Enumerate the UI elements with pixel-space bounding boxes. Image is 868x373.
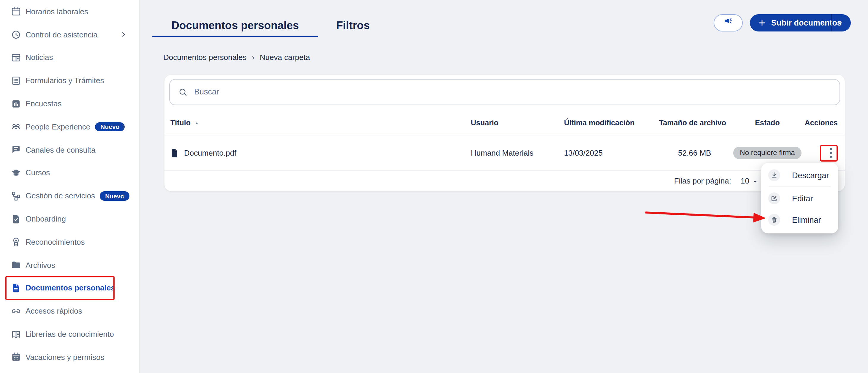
sidebar-item-onboarding[interactable]: Onboarding bbox=[0, 207, 139, 230]
document-actions-cell bbox=[799, 145, 840, 161]
sidebar-item-label: Accesos rápidos bbox=[26, 307, 82, 316]
main-content: Documentos personales Filtros Subir docu… bbox=[140, 0, 868, 373]
column-header-ultima-modificacion[interactable]: Última modificación bbox=[564, 119, 653, 127]
form-icon bbox=[11, 75, 21, 86]
sidebar-item-label: Documentos personales bbox=[26, 284, 115, 292]
sidebar-item-label: Onboarding bbox=[26, 214, 66, 223]
chevron-right-icon bbox=[120, 192, 127, 199]
book-icon bbox=[11, 329, 21, 339]
button-divider bbox=[831, 14, 832, 31]
sort-asc-icon bbox=[194, 121, 199, 126]
rows-per-page-select[interactable]: 10 bbox=[741, 177, 758, 185]
sidebar-item-people-experience[interactable]: People Experience Nuevo bbox=[0, 115, 139, 138]
sidebar-item-horarios-laborales[interactable]: Horarios laborales bbox=[0, 0, 139, 23]
sidebar-item-canales-consulta[interactable]: Canales de consulta bbox=[0, 138, 139, 161]
document-title-cell[interactable]: Documento.pdf bbox=[170, 148, 471, 158]
medal-icon bbox=[11, 237, 21, 247]
newspaper-icon bbox=[11, 52, 21, 63]
document-title: Documento.pdf bbox=[184, 149, 236, 157]
bar-chart-icon bbox=[11, 98, 21, 109]
sidebar-item-label: People Experience bbox=[26, 122, 90, 131]
sidebar-item-archivos[interactable]: Archivos bbox=[0, 254, 139, 277]
document-status-cell: No requiere firma bbox=[736, 147, 799, 159]
search-box bbox=[169, 79, 840, 105]
sidebar-item-documentos-personales[interactable]: Documentos personales bbox=[0, 277, 139, 300]
sidebar-item-label: Librerías de conocimiento bbox=[26, 330, 114, 339]
sidebar-item-librerias[interactable]: Librerías de conocimiento bbox=[0, 322, 139, 346]
tab-documentos-personales[interactable]: Documentos personales bbox=[152, 15, 318, 36]
active-tab-underline bbox=[152, 35, 318, 37]
documents-card: Título Usuario Última modificación Tamañ… bbox=[164, 74, 845, 191]
caret-down-icon bbox=[752, 179, 758, 184]
chevron-right-icon bbox=[120, 31, 127, 38]
sidebar-item-label: Noticias bbox=[26, 53, 53, 62]
sidebar-item-accesos-rapidos[interactable]: Accesos rápidos bbox=[0, 300, 139, 323]
sidebar-item-label: Reconocimientos bbox=[26, 238, 85, 247]
document-modified-cell: 13/03/2025 bbox=[564, 149, 653, 157]
sidebar-item-label: Control de asistencia bbox=[26, 30, 98, 39]
announcements-button[interactable] bbox=[714, 14, 743, 31]
people-icon bbox=[11, 121, 21, 132]
status-badge: No requiere firma bbox=[733, 147, 801, 159]
column-header-titulo[interactable]: Título bbox=[170, 119, 471, 127]
table-header-row: Título Usuario Última modificación Tamañ… bbox=[164, 112, 845, 135]
menu-item-edit[interactable]: Editar bbox=[761, 188, 838, 209]
download-icon bbox=[768, 169, 780, 181]
breadcrumb: Documentos personales › Nueva carpeta bbox=[163, 53, 310, 62]
sidebar-item-label: Gestión de servicios bbox=[26, 191, 95, 200]
column-header-acciones: Acciones bbox=[799, 119, 840, 127]
sitemap-icon bbox=[11, 191, 21, 201]
sidebar-item-label: Formularios y Trámites bbox=[26, 76, 104, 85]
sidebar-item-formularios[interactable]: Formularios y Trámites bbox=[0, 69, 139, 92]
chat-icon bbox=[11, 144, 21, 155]
document-size-cell: 52.66 MB bbox=[653, 149, 736, 157]
column-header-estado[interactable]: Estado bbox=[736, 119, 799, 127]
pagination-bar: Filas por página: 10 bbox=[164, 171, 845, 191]
search-icon bbox=[178, 87, 188, 96]
breadcrumb-root[interactable]: Documentos personales bbox=[163, 53, 246, 62]
sidebar-item-control-asistencia[interactable]: Control de asistencia bbox=[0, 23, 139, 46]
menu-item-download[interactable]: Descargar bbox=[761, 164, 838, 186]
calendar-dots-icon bbox=[11, 352, 21, 363]
megaphone-icon bbox=[723, 17, 733, 29]
sidebar: Horarios laborales Control de asistencia… bbox=[0, 0, 140, 373]
document-icon bbox=[11, 283, 21, 293]
sidebar-item-encuestas[interactable]: Encuestas bbox=[0, 92, 139, 115]
breadcrumb-current: Nueva carpeta bbox=[260, 53, 310, 62]
menu-item-delete[interactable]: Eliminar bbox=[761, 209, 838, 230]
link-icon bbox=[11, 306, 21, 317]
sidebar-item-gestion-servicios[interactable]: Gestión de servicios Nuevo bbox=[0, 184, 139, 208]
row-actions-menu-button[interactable] bbox=[823, 145, 838, 161]
trash-icon bbox=[768, 214, 780, 226]
sidebar-item-cursos[interactable]: Cursos bbox=[0, 161, 139, 184]
file-icon bbox=[170, 148, 179, 158]
search-input[interactable] bbox=[193, 87, 839, 97]
chevron-right-icon bbox=[120, 123, 127, 130]
document-check-icon bbox=[11, 214, 21, 224]
plus-icon bbox=[758, 19, 766, 27]
rows-per-page-label: Filas por página: bbox=[674, 177, 731, 185]
row-context-menu: Descargar Editar Eliminar bbox=[761, 163, 838, 234]
sidebar-item-label: Canales de consulta bbox=[26, 145, 96, 154]
sidebar-item-label: Vacaciones y permisos bbox=[26, 353, 104, 362]
edit-icon bbox=[768, 192, 780, 204]
calendar-icon bbox=[11, 6, 21, 17]
breadcrumb-separator: › bbox=[252, 53, 254, 62]
caret-down-icon[interactable] bbox=[837, 20, 844, 27]
sidebar-item-noticias[interactable]: Noticias bbox=[0, 46, 139, 69]
column-header-usuario[interactable]: Usuario bbox=[471, 119, 564, 127]
sidebar-item-label: Archivos bbox=[26, 260, 55, 269]
menu-divider bbox=[769, 187, 831, 187]
table-row[interactable]: Documento.pdf Humand Materials 13/03/202… bbox=[164, 135, 845, 171]
column-header-tamano[interactable]: Tamaño de archivo bbox=[653, 119, 736, 127]
sidebar-item-vacaciones[interactable]: Vacaciones y permisos bbox=[0, 346, 139, 369]
sidebar-item-label: Horarios laborales bbox=[26, 7, 88, 16]
sidebar-item-label: Cursos bbox=[26, 168, 50, 177]
sidebar-item-label: Encuestas bbox=[26, 99, 61, 108]
sidebar-item-reconocimientos[interactable]: Reconocimientos bbox=[0, 230, 139, 254]
clock-icon bbox=[11, 29, 21, 40]
app-root: Horarios laborales Control de asistencia… bbox=[0, 0, 868, 373]
tab-filtros[interactable]: Filtros bbox=[337, 15, 369, 36]
folder-icon bbox=[11, 259, 21, 270]
upload-documents-button[interactable]: Subir documentos bbox=[750, 14, 851, 31]
